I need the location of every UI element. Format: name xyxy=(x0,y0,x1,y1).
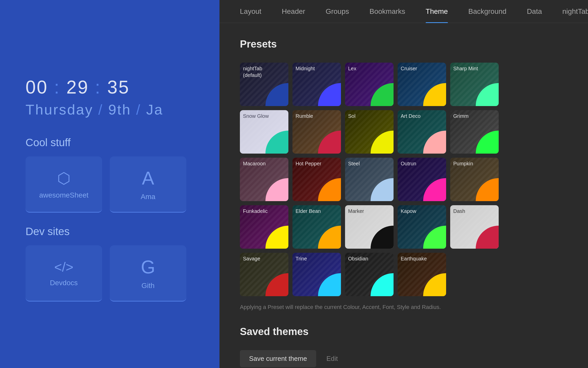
tab-header[interactable]: Header xyxy=(272,0,315,23)
preset-cruiser-label: Cruiser xyxy=(401,65,417,72)
preset-marker[interactable]: Marker xyxy=(345,205,394,249)
preset-steel-label: Steel xyxy=(348,160,360,167)
clock-date: Thursday / 9th / Ja xyxy=(26,101,163,118)
preset-artdeco[interactable]: Art Deco xyxy=(398,110,446,154)
preset-obsidian-label: Obsidian xyxy=(348,255,368,262)
preset-obsidian[interactable]: Obsidian xyxy=(345,253,394,296)
tab-nighttab[interactable]: nightTab xyxy=(552,0,588,23)
preset-sharpmin[interactable]: Sharp Mint xyxy=(450,63,499,106)
bookmark-ama[interactable]: A Ama xyxy=(110,156,186,213)
awesomesheet-icon: ⬡ xyxy=(57,169,70,187)
preset-kapow[interactable]: Kapow xyxy=(398,205,446,249)
presets-hint: Applying a Preset will replace the curre… xyxy=(240,304,568,310)
clock-hours: 00 xyxy=(26,77,48,97)
preset-midnight[interactable]: Midnight xyxy=(292,63,341,106)
preset-hotpepper[interactable]: Hot Pepper xyxy=(292,158,341,201)
cool-stuff-grid: ⬡ awesomeSheet A Ama xyxy=(26,156,204,213)
preset-nighttab[interactable]: nightTab(default) xyxy=(240,63,288,106)
preset-macaroon[interactable]: Macaroon xyxy=(240,158,288,201)
preset-steel[interactable]: Steel xyxy=(345,158,394,201)
bookmark-awesomesheet[interactable]: ⬡ awesomeSheet xyxy=(26,156,102,213)
preset-dash[interactable]: Dash xyxy=(450,205,499,249)
save-current-theme-button[interactable]: Save current theme xyxy=(240,350,316,367)
dev-sites-grid: </> Devdocs G Gith xyxy=(26,245,204,302)
tab-groups[interactable]: Groups xyxy=(315,0,359,23)
preset-rumble-label: Rumble xyxy=(296,113,313,119)
preset-elderbean[interactable]: Elder Bean xyxy=(292,205,341,249)
devdocs-label: Devdocs xyxy=(50,279,78,287)
preset-funkadelic-label: Funkadelic xyxy=(243,208,268,214)
bookmark-github[interactable]: G Gith xyxy=(110,245,186,302)
clock: 00 : 29 : 35 Thursday / 9th / Ja xyxy=(26,77,204,119)
preset-sol-label: Sol xyxy=(348,113,356,119)
tab-theme[interactable]: Theme xyxy=(415,0,458,23)
preset-nighttab-label: nightTab(default) xyxy=(243,65,262,78)
section-dev-sites: Dev sites xyxy=(26,225,204,238)
tab-layout[interactable]: Layout xyxy=(230,0,272,23)
presets-grid: nightTab(default) Midnight Lex Cruiser S xyxy=(240,63,568,296)
edit-theme-button[interactable]: Edit xyxy=(321,350,343,367)
github-label: Gith xyxy=(141,282,154,290)
tab-background[interactable]: Background xyxy=(458,0,517,23)
devdocs-icon: </> xyxy=(54,259,73,275)
preset-snowglow[interactable]: Snow Glow xyxy=(240,110,288,154)
preset-lex[interactable]: Lex xyxy=(345,63,394,106)
preset-rumble[interactable]: Rumble xyxy=(292,110,341,154)
tab-bookmarks[interactable]: Bookmarks xyxy=(359,0,415,23)
saved-themes-row: Save current theme Edit xyxy=(240,350,568,367)
preset-savage[interactable]: Savage xyxy=(240,253,288,296)
preset-marker-label: Marker xyxy=(348,208,364,214)
preset-outrun[interactable]: Outrun xyxy=(398,158,446,201)
preset-sol[interactable]: Sol xyxy=(345,110,394,154)
preset-kapow-label: Kapow xyxy=(401,208,416,214)
clock-minutes: 29 xyxy=(66,77,89,97)
theme-content: Presets nightTab(default) Midnight Lex C… xyxy=(219,23,588,368)
section-cool-stuff: Cool stuff xyxy=(26,136,204,149)
preset-lex-label: Lex xyxy=(348,65,356,72)
preset-earthquake[interactable]: Earthquake xyxy=(398,253,446,296)
preset-grimm-label: Grimm xyxy=(453,113,469,119)
github-icon: G xyxy=(141,257,155,278)
presets-heading: Presets xyxy=(240,38,568,50)
bookmark-devdocs[interactable]: </> Devdocs xyxy=(26,245,102,302)
preset-pumpkin[interactable]: Pumpkin xyxy=(450,158,499,201)
preset-pumpkin-label: Pumpkin xyxy=(453,160,473,167)
clock-sep1: : xyxy=(48,77,66,97)
preset-savage-label: Savage xyxy=(243,255,260,262)
preset-trine[interactable]: Trine xyxy=(292,253,341,296)
tab-bar: Layout Header Groups Bookmarks Theme Bac… xyxy=(219,0,588,23)
ama-icon: A xyxy=(142,168,154,189)
awesomesheet-label: awesomeSheet xyxy=(39,191,88,199)
preset-midnight-label: Midnight xyxy=(296,65,315,72)
preset-trine-label: Trine xyxy=(296,255,307,262)
preset-cruiser[interactable]: Cruiser xyxy=(398,63,446,106)
tab-data[interactable]: Data xyxy=(517,0,552,23)
preset-elderbean-label: Elder Bean xyxy=(296,208,321,214)
clock-sep2: : xyxy=(89,77,107,97)
ama-label: Ama xyxy=(141,193,155,201)
preset-macaroon-label: Macaroon xyxy=(243,160,266,167)
settings-modal: Layout Header Groups Bookmarks Theme Bac… xyxy=(219,0,588,368)
background-area: 00 : 29 : 35 Thursday / 9th / Ja Cool st… xyxy=(0,0,219,368)
preset-sharpmin-label: Sharp Mint xyxy=(453,65,478,72)
preset-outrun-label: Outrun xyxy=(401,160,416,167)
clock-seconds: 35 xyxy=(107,77,130,97)
saved-themes-heading: Saved themes xyxy=(240,326,568,337)
preset-grimm[interactable]: Grimm xyxy=(450,110,499,154)
preset-snowglow-label: Snow Glow xyxy=(243,113,269,119)
preset-hotpepper-label: Hot Pepper xyxy=(296,160,321,167)
preset-funkadelic[interactable]: Funkadelic xyxy=(240,205,288,249)
preset-earthquake-label: Earthquake xyxy=(401,255,427,262)
preset-dash-label: Dash xyxy=(453,208,465,214)
preset-artdeco-label: Art Deco xyxy=(401,113,421,119)
